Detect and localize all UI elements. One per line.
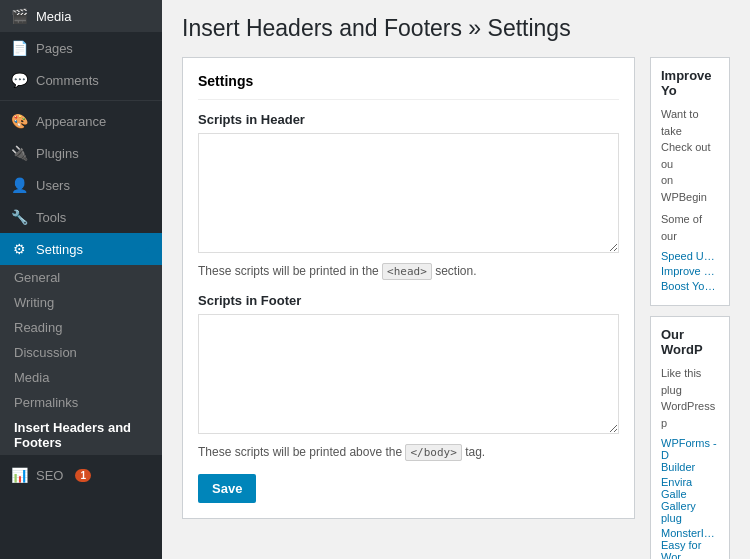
header-note-text-before: These scripts will be printed in the xyxy=(198,264,382,278)
widget-improve-title: Improve Yo xyxy=(661,68,719,98)
sidebar-item-tools[interactable]: 🔧 Tools xyxy=(0,201,162,233)
sidebar-item-tools-label: Tools xyxy=(36,210,66,225)
sidebar-item-media-label: Media xyxy=(36,9,71,24)
footer-field-label: Scripts in Footer xyxy=(198,293,619,308)
settings-active-section: ⚙ Settings xyxy=(0,233,162,265)
main-content: Insert Headers and Footers » Settings Se… xyxy=(162,0,750,559)
widget-link-wpforms[interactable]: WPForms - D Builder xyxy=(661,437,719,473)
footer-code-tag: </body> xyxy=(405,444,461,461)
sidebar-item-seo[interactable]: 📊 SEO 1 xyxy=(0,459,162,491)
sidebar-item-comments-label: Comments xyxy=(36,73,99,88)
right-sidebar: Improve Yo Want to take Check out ou on … xyxy=(650,57,730,559)
sidebar-item-plugins-label: Plugins xyxy=(36,146,79,161)
media-icon: 🎬 xyxy=(10,8,28,24)
main-panel: Settings Scripts in Header These scripts… xyxy=(182,57,635,559)
content-area: Settings Scripts in Header These scripts… xyxy=(182,57,730,559)
widget-wordpress: Our WordP Like this plug WordPress p WPF… xyxy=(650,316,730,559)
settings-box-title: Settings xyxy=(198,73,619,100)
comments-icon: 💬 xyxy=(10,72,28,88)
submenu-permalinks[interactable]: Permalinks xyxy=(0,390,162,415)
sidebar-item-plugins[interactable]: 🔌 Plugins xyxy=(0,137,162,169)
widget-wordpress-title: Our WordP xyxy=(661,327,719,357)
submenu-discussion[interactable]: Discussion xyxy=(0,340,162,365)
sidebar-item-settings[interactable]: ⚙ Settings xyxy=(0,233,162,265)
sidebar-item-comments[interactable]: 💬 Comments xyxy=(0,64,162,96)
sidebar-item-settings-label: Settings xyxy=(36,242,83,257)
footer-note-text-before: These scripts will be printed above the xyxy=(198,445,405,459)
widget-link-boost[interactable]: Boost Your V xyxy=(661,280,719,292)
header-scripts-textarea[interactable] xyxy=(198,133,619,253)
submenu-media-sub[interactable]: Media xyxy=(0,365,162,390)
header-code-tag: <head> xyxy=(382,263,432,280)
sidebar-item-pages[interactable]: 📄 Pages xyxy=(0,32,162,64)
submenu-insert-headers-footers[interactable]: Insert Headers and Footers xyxy=(0,415,162,455)
widget-link-monster[interactable]: MonsterInsig Easy for Wor xyxy=(661,527,719,559)
save-button[interactable]: Save xyxy=(198,474,256,503)
tools-icon: 🔧 xyxy=(10,209,28,225)
separator-1 xyxy=(0,100,162,101)
widget-improve: Improve Yo Want to take Check out ou on … xyxy=(650,57,730,306)
widget-improve-text2: Some of our xyxy=(661,211,719,244)
appearance-icon: 🎨 xyxy=(10,113,28,129)
widget-link-improve[interactable]: Improve Wo xyxy=(661,265,719,277)
sidebar-item-users[interactable]: 👤 Users xyxy=(0,169,162,201)
settings-submenu: General Writing Reading Discussion Media… xyxy=(0,265,162,455)
sidebar-item-appearance-label: Appearance xyxy=(36,114,106,129)
sidebar-item-pages-label: Pages xyxy=(36,41,73,56)
sidebar-item-seo-label: SEO xyxy=(36,468,63,483)
footer-field-note: These scripts will be printed above the … xyxy=(198,445,619,459)
sidebar: 🎬 Media 📄 Pages 💬 Comments 🎨 Appearance … xyxy=(0,0,162,559)
widget-link-speed[interactable]: Speed Up W xyxy=(661,250,719,262)
sidebar-item-users-label: Users xyxy=(36,178,70,193)
widget-improve-text: Want to take Check out ou on WPBegin xyxy=(661,106,719,205)
pages-icon: 📄 xyxy=(10,40,28,56)
settings-box: Settings Scripts in Header These scripts… xyxy=(182,57,635,519)
widget-wordpress-text: Like this plug WordPress p xyxy=(661,365,719,431)
page-title: Insert Headers and Footers » Settings xyxy=(182,15,730,42)
seo-badge: 1 xyxy=(75,469,91,482)
header-field-note: These scripts will be printed in the <he… xyxy=(198,264,619,278)
submenu-general[interactable]: General xyxy=(0,265,162,290)
sidebar-item-media[interactable]: 🎬 Media xyxy=(0,0,162,32)
widget-link-envira[interactable]: Envira Galle Gallery plug xyxy=(661,476,719,524)
header-field-label: Scripts in Header xyxy=(198,112,619,127)
footer-scripts-textarea[interactable] xyxy=(198,314,619,434)
header-note-text-after: section. xyxy=(435,264,476,278)
settings-icon: ⚙ xyxy=(10,241,28,257)
submenu-reading[interactable]: Reading xyxy=(0,315,162,340)
sidebar-item-appearance[interactable]: 🎨 Appearance xyxy=(0,105,162,137)
submenu-writing[interactable]: Writing xyxy=(0,290,162,315)
footer-note-text-after: tag. xyxy=(465,445,485,459)
users-icon: 👤 xyxy=(10,177,28,193)
plugins-icon: 🔌 xyxy=(10,145,28,161)
seo-icon: 📊 xyxy=(10,467,28,483)
